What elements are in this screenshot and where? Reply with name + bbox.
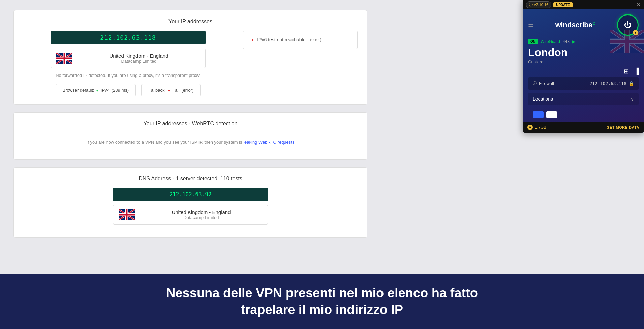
webrtc-description: If you are now connected to a VPN and yo… bbox=[23, 133, 358, 151]
webrtc-title: Your IP addresses - WebRTC detection bbox=[23, 121, 358, 127]
ip-address: 212.102.63.118 bbox=[100, 34, 156, 41]
firewall-info-icon[interactable]: ⓘ bbox=[533, 81, 537, 86]
firewall-row: ⓘ Firewall 212.102.63.118 🔒 bbox=[528, 77, 639, 90]
dns-location-info: United Kingdom - England Datacamp Limite… bbox=[140, 209, 262, 220]
ip-addresses-card: Your IP addresses 212.102.63.118 bbox=[13, 10, 367, 105]
location-info: United Kingdom - England Datacamp Limite… bbox=[78, 53, 200, 64]
dns-location-row: United Kingdom - England Datacamp Limite… bbox=[113, 205, 268, 225]
update-button[interactable]: UPDATE bbox=[553, 2, 572, 7]
close-button[interactable]: ✕ bbox=[637, 2, 641, 7]
power-badge: Y bbox=[633, 30, 638, 35]
menu-icon[interactable]: ☰ bbox=[528, 21, 533, 29]
ipv6-label: IPv6 test not reachable. bbox=[257, 37, 307, 42]
titlebar-controls: — ✕ bbox=[630, 2, 641, 7]
fallback-label: Fallback: bbox=[148, 88, 166, 93]
dns-ip-box: 212.102.63.92 bbox=[113, 188, 268, 201]
ipv6-box: ● IPv6 test not reachable. (error) bbox=[243, 31, 358, 49]
locations-label: Locations bbox=[533, 96, 553, 102]
version-area: ⓘ v2.10.16 UPDATE bbox=[526, 1, 573, 8]
protocol-label: IPv4 bbox=[101, 88, 110, 93]
network-icon[interactable]: ⊞ bbox=[624, 68, 629, 75]
lock-icon: 🔒 bbox=[628, 81, 634, 86]
toggle-white-button[interactable] bbox=[546, 111, 557, 118]
banner-line2: trapelare il mio indirizzo IP bbox=[241, 303, 403, 317]
ipv6-error: (error) bbox=[310, 37, 321, 42]
fallback-error: (error) bbox=[181, 88, 193, 93]
webrtc-card: Your IP addresses - WebRTC detection If … bbox=[13, 112, 367, 160]
latency-label: (289 ms) bbox=[112, 88, 129, 93]
status-on-badge: ON bbox=[528, 39, 538, 44]
red-dot-icon: ● bbox=[168, 88, 170, 93]
power-icon: ⏻ bbox=[624, 21, 632, 29]
get-more-data-button[interactable]: GET MORE DATA bbox=[607, 125, 639, 129]
green-dot-icon: ● bbox=[96, 88, 99, 93]
version-text: v2.10.16 bbox=[534, 3, 548, 7]
server-name: Custard bbox=[528, 59, 639, 64]
fallback-check: Fallback: ● Fail (error) bbox=[141, 84, 201, 96]
card1-title: Your IP addresses bbox=[23, 19, 358, 25]
windscribe-widget: ⓘ v2.10.16 UPDATE — ✕ ☰ windscribe① bbox=[523, 0, 644, 133]
port-status: 443 bbox=[563, 39, 570, 44]
logo-dot: ① bbox=[592, 22, 595, 25]
locations-chevron-icon: ∨ bbox=[631, 96, 634, 102]
toggle-blue-button[interactable] bbox=[533, 111, 544, 118]
dns-isp-name: Datacamp Limited bbox=[140, 215, 262, 220]
widget-titlebar: ⓘ v2.10.16 UPDATE — ✕ bbox=[523, 0, 644, 9]
location-row: United Kingdom - England Datacamp Limite… bbox=[51, 49, 206, 68]
dns-country-name: United Kingdom - England bbox=[140, 209, 262, 215]
bottom-banner: Nessuna delle VPN presenti nel mio elenc… bbox=[0, 274, 644, 329]
dns-card: DNS Address - 1 server detected, 110 tes… bbox=[13, 167, 367, 238]
windscribe-logo: windscribe① bbox=[555, 21, 595, 29]
coin-icon: ₿ bbox=[527, 125, 533, 130]
data-amount-row: ₿ 1.7GB bbox=[527, 125, 546, 130]
widget-body: ☰ windscribe① ⏻ Y ON WireGuard 443 ▶ Lon… bbox=[523, 9, 644, 122]
power-button[interactable]: ⏻ Y bbox=[617, 14, 639, 36]
firewall-ip-row: 212.102.63.118 🔒 bbox=[589, 81, 634, 86]
country-name: United Kingdom - England bbox=[78, 53, 200, 59]
browser-default-check: Browser default: ● IPv4 (289 ms) bbox=[56, 84, 136, 96]
version-badge: ⓘ v2.10.16 bbox=[526, 1, 551, 8]
widget-footer: ₿ 1.7GB GET MORE DATA bbox=[523, 122, 644, 133]
fallback-status: Fail bbox=[172, 88, 179, 93]
data-amount-text: 1.7GB bbox=[535, 125, 546, 130]
webrtc-link[interactable]: leaking WebRTC requests bbox=[243, 140, 294, 145]
widget-header: ☰ windscribe① ⏻ Y bbox=[528, 14, 639, 36]
banner-text: Nessuna delle VPN presenti nel mio elenc… bbox=[13, 285, 631, 318]
dns-uk-flag-icon bbox=[119, 209, 135, 220]
dns-ip-address: 212.102.63.92 bbox=[169, 191, 211, 198]
ip-display-box: 212.102.63.118 bbox=[51, 31, 206, 44]
uk-flag-icon bbox=[56, 53, 72, 64]
no-proxy-text: No forwarded IP detected. If you are usi… bbox=[23, 73, 233, 78]
firewall-ip: 212.102.63.118 bbox=[589, 81, 626, 86]
locations-row[interactable]: Locations ∨ bbox=[528, 93, 639, 105]
widget-icons-row: ⊞ ▐ bbox=[528, 68, 639, 75]
browser-default-label: Browser default: bbox=[63, 88, 94, 93]
dns-title: DNS Address - 1 server detected, 110 tes… bbox=[23, 176, 358, 182]
toggle-row bbox=[528, 109, 639, 122]
minimize-button[interactable]: — bbox=[630, 2, 635, 7]
ipv6-red-dot: ● bbox=[251, 37, 254, 42]
main-content: Your IP addresses 212.102.63.118 bbox=[0, 0, 381, 255]
protocol-status: WireGuard bbox=[541, 39, 560, 44]
info-icon: ⓘ bbox=[529, 2, 533, 7]
isp-name: Datacamp Limited bbox=[78, 59, 200, 64]
status-arrow-icon: ▶ bbox=[572, 39, 575, 44]
check-row: Browser default: ● IPv4 (289 ms) Fallbac… bbox=[23, 84, 233, 96]
signal-icon[interactable]: ▐ bbox=[634, 68, 639, 75]
banner-line1: Nessuna delle VPN presenti nel mio elenc… bbox=[166, 286, 478, 300]
firewall-label: Firewall bbox=[539, 81, 554, 86]
